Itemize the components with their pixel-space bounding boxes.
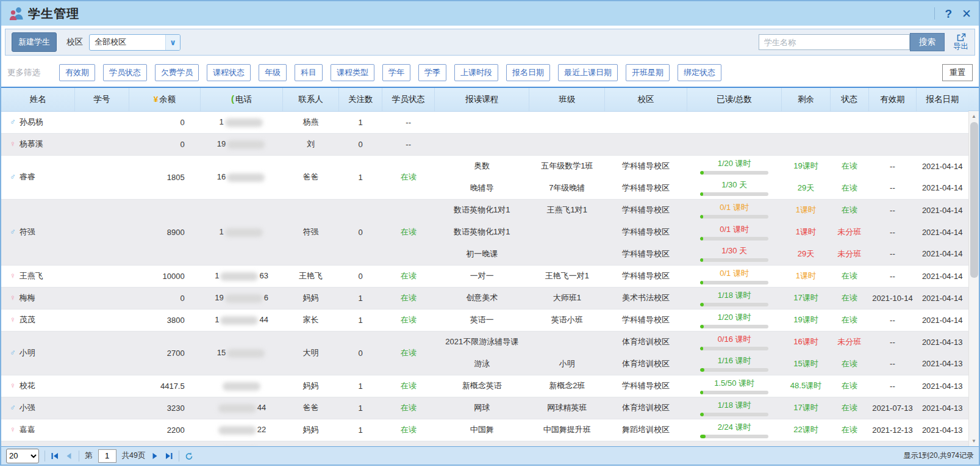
class-cell: 王艳飞一对1 [529,265,605,287]
filter-button-5[interactable]: 科目 [295,64,323,81]
filter-button-1[interactable]: 学员状态 [103,64,147,81]
refresh-icon[interactable] [185,452,193,460]
header-class[interactable]: 班级 [529,88,605,111]
course-cell: 2021不限游泳辅导课 [434,331,529,353]
header-remaining[interactable]: 剩余 [782,88,830,111]
redacted-phone [220,272,258,281]
progress-cell: 1/30 天 [687,177,781,199]
filter-row: 更多筛选 有效期学员状态欠费学员课程状态年级科目课程类型学年学季上课时段报名日期… [1,59,979,87]
scroll-up-icon[interactable]: ▲ [969,111,979,121]
export-button[interactable]: 导出 [953,33,968,51]
header-name[interactable]: 姓名 [1,88,75,111]
reset-button[interactable]: 重置 [942,64,973,81]
header-campus[interactable]: 校区 [605,88,687,111]
new-student-button[interactable]: 新建学生 [12,32,57,52]
table-row[interactable]: ♂孙易杨01杨燕1-- [1,111,968,133]
filter-button-8[interactable]: 学季 [418,64,446,81]
contact-cell: 妈妈 [283,287,339,309]
header-phone[interactable]: (电话 [201,88,283,111]
table-row[interactable]: ♂小强323044爸爸1在读网球网球精英班体育培训校区1/18 课时17课时在读… [1,397,968,419]
next-page-icon[interactable] [151,452,159,460]
scrollbar-thumb[interactable] [970,122,978,278]
header-student-status[interactable]: 学员状态 [382,88,435,111]
table-row[interactable]: ♀茂茂3800144家长1在读英语一英语小班学科辅导校区1/20 课时19课时在… [1,309,968,331]
status-cell: 未分班 [830,243,868,265]
filter-button-9[interactable]: 上课时段 [454,64,498,81]
table-row[interactable]: ♀梅梅0196妈妈1在读创意美术大师班1美术书法校区1/18 课时17课时在读2… [1,287,968,309]
phone-cell: 16 [201,155,283,199]
progress-bar [700,215,768,219]
phone-cell: 196 [201,287,283,309]
female-icon: ♀ [10,315,16,324]
follows-cell: 1 [338,309,382,331]
table-row[interactable]: ♀杨慕溪019刘0-- [1,133,968,155]
header-progress[interactable]: 已读/总数 [687,88,781,111]
search-button[interactable]: 搜索 [910,33,945,51]
table-row[interactable]: ♀校花4417.5妈妈1在读新概念英语新概念2班学科辅导校区1.5/50 课时4… [1,375,968,397]
header-status[interactable]: 状态 [830,88,868,111]
status-cell: 未分班 [830,221,868,243]
filter-button-2[interactable]: 欠费学员 [155,64,199,81]
filter-button-10[interactable]: 报名日期 [506,64,550,81]
class-cell: 中国舞提升班 [529,419,605,441]
filter-button-6[interactable]: 课程类型 [331,64,374,81]
header-balance[interactable]: ¥余额 [129,88,200,111]
table-row[interactable]: ♂符强89001符强0在读数语英物化1对1王燕飞1对1学科辅导校区0/1 课时1… [1,199,968,221]
valid-until-cell: -- [869,221,917,243]
first-page-icon[interactable] [51,452,59,460]
close-icon[interactable]: ✕ [962,8,971,20]
remaining-cell [782,133,830,155]
filter-button-7[interactable]: 学年 [382,64,410,81]
class-cell: 大师班1 [529,287,605,309]
student-status-cell: 在读 [382,309,435,331]
student-name: 孙易杨 [20,117,43,126]
student-name: 小强 [20,403,35,412]
header-follows[interactable]: 关注数 [338,88,382,111]
student-status-cell: 在读 [382,375,435,397]
filter-button-4[interactable]: 年级 [259,64,287,81]
follows-cell: 0 [338,199,382,265]
student-id-cell [75,155,129,199]
table-row[interactable]: ♀王燕飞10000163王艳飞0在读一对一王艳飞一对1学科辅导校区0/1 课时1… [1,265,968,287]
header-reg-date[interactable]: 报名日期 [916,88,968,111]
help-icon[interactable]: ? [945,8,952,20]
header-valid[interactable]: 有效期 [869,88,917,111]
valid-until-cell: -- [869,199,917,221]
progress-bar [700,258,768,262]
progress-cell: 0/1 课时 [687,221,781,243]
header-course[interactable]: 报读课程 [434,88,529,111]
filter-button-13[interactable]: 绑定状态 [678,64,721,81]
filter-button-12[interactable]: 开班星期 [626,64,670,81]
table-row[interactable]: ♂睿睿180516爸爸1在读奥数五年级数学1班学科辅导校区1/20 课时19课时… [1,155,968,177]
campus-select[interactable]: 全部校区 ∨ [89,34,181,51]
prev-page-icon[interactable] [65,452,73,460]
search-input[interactable] [759,34,910,50]
student-id-cell [75,265,129,287]
valid-until-cell: -- [869,331,917,353]
progress-cell: 1/20 课时 [687,309,781,331]
header-student-id[interactable]: 学号 [75,88,129,111]
table-row[interactable]: ♂小明270015大明0在读2021不限游泳辅导课体育培训校区0/16 课时16… [1,331,968,353]
campus-cell: 体育培训校区 [605,331,687,353]
class-cell [529,133,605,155]
page-number-input[interactable] [98,449,116,463]
progress-text: 1/18 课时 [687,290,781,301]
page-size-select[interactable]: 20 [6,449,39,463]
filter-button-3[interactable]: 课程状态 [207,64,251,81]
table-row[interactable]: ♀樱木0192家长0 [1,441,968,446]
class-cell: 小明 [529,353,605,375]
progress-bar [700,171,768,175]
status-cell [830,111,868,133]
last-page-icon[interactable] [165,452,173,460]
filter-button-11[interactable]: 最近上课日期 [558,64,618,81]
header-contact[interactable]: 联系人 [283,88,339,111]
vertical-scrollbar[interactable]: ▲ ▼ [968,111,979,446]
course-cell: 创意美术 [434,287,529,309]
scroll-down-icon[interactable]: ▼ [969,436,979,446]
course-cell [434,441,529,446]
filter-button-0[interactable]: 有效期 [59,64,95,81]
table-row[interactable]: ♀嘉嘉220022妈妈1在读中国舞中国舞提升班舞蹈培训校区2/24 课时22课时… [1,419,968,441]
name-cell: ♀杨慕溪 [1,133,75,155]
student-status-cell: 在读 [382,287,435,309]
yen-icon: ¥ [154,95,159,104]
